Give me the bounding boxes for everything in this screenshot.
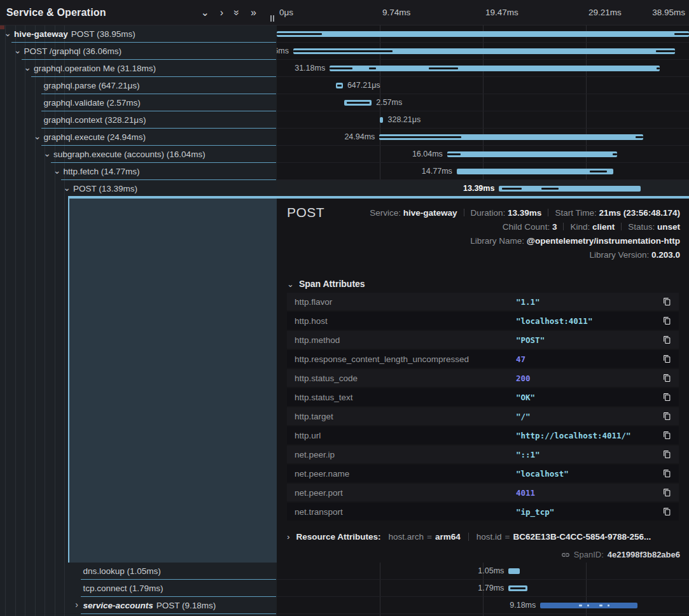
span-timeline-cell[interactable]: 13.39ms [277,180,689,197]
span-bar[interactable] [540,603,637,608]
span-name-cell[interactable]: graphql.context (328.21μs) [0,111,277,129]
copy-icon[interactable] [660,412,671,421]
span-timeline-cell[interactable]: 1.05ms [277,563,689,580]
span-name-cell[interactable]: ⌄graphql.execute (24.94ms) [0,129,277,146]
span-bar[interactable] [499,186,641,192]
span-name-cell[interactable]: ⌄graphql.operation Me (31.18ms) [0,60,277,77]
attribute-key: net.transport [295,507,516,517]
span-bar[interactable] [457,169,613,174]
span-row[interactable]: tcp.connect (1.79ms)1.79ms [0,580,689,597]
span-operation-label: graphql.parse (647.21μs) [44,81,140,90]
span-duration-label: 9.18ms [510,597,536,613]
span-row[interactable]: ⌄http.fetch (14.77ms)14.77ms [0,163,689,180]
link-icon[interactable] [561,550,570,559]
span-timeline-cell[interactable]: 36.06ms [277,43,689,60]
copy-icon[interactable] [660,393,671,402]
span-timeline-cell[interactable]: 2.57ms [277,94,689,111]
span-row[interactable]: ⌄graphql.operation Me (31.18ms)31.18ms [0,60,689,77]
copy-icon[interactable] [660,450,671,459]
chevron-down-icon[interactable]: ⌄ [53,163,61,179]
span-detail-panel: POST Service: hive-gatewayDuration: 13.3… [277,199,689,563]
overview-value: 3 [552,222,557,232]
column-resize-handle[interactable] [270,15,274,22]
span-attributes-header[interactable]: ⌄Span Attributes [287,279,365,289]
span-row[interactable]: graphql.parse (647.21μs)647.21μs [0,77,689,94]
span-name-cell[interactable]: ⌄subgraph.execute (accounts) (16.04ms) [0,146,277,163]
copy-icon[interactable] [660,488,671,497]
attribute-key: http.flavor [295,297,516,307]
span-service-label: hive-gateway [14,29,68,39]
copy-icon[interactable] [660,316,671,325]
span-name-cell[interactable]: ⌄hive-gatewayPOST (38.95ms) [0,25,277,43]
span-row[interactable]: ⌄POST (13.39ms)13.39ms [0,180,689,197]
span-row[interactable]: ⌄hive-gatewayPOST (38.95ms) [0,25,689,43]
span-operation-label: http.fetch (14.77ms) [64,167,140,176]
copy-icon[interactable] [660,354,671,363]
span-name-cell[interactable]: ⌄POST /graphql (36.06ms) [0,43,277,60]
span-name-label: POST (13.39ms) [73,180,137,197]
chevron-down-icon[interactable]: ⌄ [63,180,71,196]
divider [548,209,548,216]
resource-attributes-row[interactable]: ›Resource Attributes:host.arch=arm64host… [287,532,651,542]
span-row[interactable]: ›service-accountsPOST (9.18ms)9.18ms [0,597,689,614]
span-name-label: graphql.execute (24.94ms) [44,129,146,146]
span-name-cell[interactable]: graphql.parse (647.21μs) [0,77,277,94]
span-name-cell[interactable]: ⌄http.fetch (14.77ms) [0,163,277,180]
span-timeline-cell[interactable]: 16.04ms [277,146,689,163]
timeline-header[interactable]: 0μs9.74ms19.47ms29.21ms38.95ms [277,0,689,25]
attribute-row: http.method"POST" [287,331,679,349]
span-name-cell[interactable]: ⌄POST (13.39ms) [0,180,277,197]
span-bar[interactable] [330,66,660,71]
span-bar[interactable] [379,134,643,140]
span-bar[interactable] [380,117,383,123]
span-timeline-cell[interactable]: 647.21μs [277,77,689,94]
span-row[interactable]: ⌄graphql.execute (24.94ms)24.94ms [0,129,689,146]
span-row[interactable]: graphql.context (328.21μs)328.21μs [0,111,689,129]
span-bar[interactable] [344,100,372,106]
span-name-cell[interactable]: tcp.connect (1.79ms) [0,580,277,597]
span-duration-label: 647.21μs [347,77,380,94]
copy-icon[interactable] [660,335,671,344]
span-bar[interactable] [293,48,675,54]
copy-icon[interactable] [660,469,671,478]
span-row[interactable]: ⌄subgraph.execute (accounts) (16.04ms)16… [0,146,689,163]
span-timeline-cell[interactable]: 24.94ms [277,129,689,146]
span-timeline-cell[interactable]: 31.18ms [277,60,689,77]
copy-icon[interactable] [660,374,671,382]
double-chevron-down-icon[interactable]: » [232,10,242,15]
span-timeline-cell[interactable] [277,25,689,43]
overview-label: Library Version: [589,250,651,260]
span-row[interactable]: dns.lookup (1.05ms)1.05ms [0,563,689,580]
span-name-cell[interactable]: dns.lookup (1.05ms) [0,563,277,580]
attribute-value: "ip_tcp" [516,507,660,517]
copy-icon[interactable] [660,507,671,516]
chevron-right-icon[interactable]: › [220,8,223,18]
span-bar[interactable] [336,83,343,88]
chevron-right-icon[interactable]: › [73,597,81,613]
span-timeline-cell[interactable]: 1.79ms [277,580,689,597]
chevron-down-icon[interactable]: ⌄ [200,8,209,18]
chevron-down-icon[interactable]: ⌄ [24,60,31,76]
span-duration-label: 16.04ms [412,146,443,162]
span-name-cell[interactable]: ›service-accountsPOST (9.18ms) [0,597,277,614]
span-bar[interactable] [508,568,519,574]
chevron-down-icon[interactable]: ⌄ [34,129,41,144]
resource-key: host.id [477,532,502,542]
span-bar[interactable] [508,585,527,591]
copy-icon[interactable] [660,431,671,440]
span-name-cell[interactable]: graphql.validate (2.57ms) [0,94,277,111]
span-row[interactable]: graphql.validate (2.57ms)2.57ms [0,94,689,111]
copy-icon[interactable] [660,297,671,306]
chevron-down-icon[interactable]: ⌄ [4,25,11,41]
span-row[interactable]: ⌄POST /graphql (36.06ms)36.06ms [0,43,689,60]
span-bar[interactable] [447,151,617,157]
overview-label: Child Count: [503,222,552,232]
span-timeline-cell[interactable]: 9.18ms [277,597,689,614]
span-timeline-cell[interactable]: 328.21μs [277,111,689,129]
span-operation-label: graphql.context (328.21μs) [44,115,146,125]
span-timeline-cell[interactable]: 14.77ms [277,163,689,180]
chevron-down-icon[interactable]: ⌄ [14,43,22,59]
double-chevron-right-icon[interactable]: » [251,8,256,18]
chevron-down-icon[interactable]: ⌄ [43,146,51,162]
span-bar[interactable] [277,31,689,37]
